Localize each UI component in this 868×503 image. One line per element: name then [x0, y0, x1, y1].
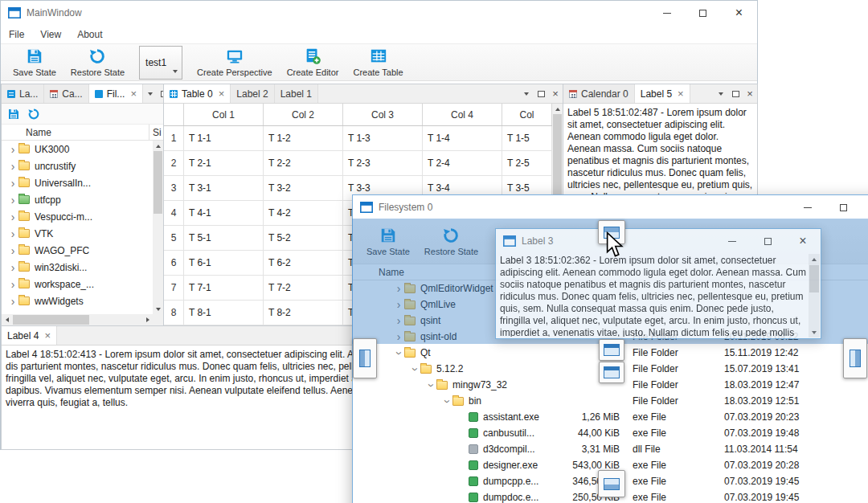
- chevron-right-icon[interactable]: ›: [7, 296, 18, 307]
- dock-tabs-menu-button[interactable]: [519, 84, 534, 104]
- tab-close-icon[interactable]: ×: [678, 88, 684, 99]
- chevron-down-icon[interactable]: ›: [442, 396, 453, 407]
- table-cell[interactable]: T 7-1: [184, 276, 264, 300]
- scroll-left-button[interactable]: [2, 314, 12, 325]
- dock-indicator-center-top[interactable]: [599, 339, 624, 361]
- scroll-thumb[interactable]: [154, 151, 162, 214]
- chevron-down-icon[interactable]: ›: [426, 380, 437, 391]
- tab-label1[interactable]: Label 1: [275, 84, 318, 103]
- chevron-right-icon[interactable]: ›: [7, 228, 18, 239]
- perspective-combo[interactable]: test1: [139, 46, 182, 80]
- scroll-right-button[interactable]: [142, 314, 153, 325]
- column-header[interactable]: Col 3: [343, 104, 423, 125]
- menu-file[interactable]: File: [1, 25, 32, 43]
- chevron-right-icon[interactable]: ›: [7, 178, 18, 189]
- column-header[interactable]: Col: [502, 104, 552, 125]
- minimize-button[interactable]: [649, 1, 685, 25]
- fs-row[interactable]: canbusutil...44,00 KiBexe File07.03.2019…: [353, 425, 868, 441]
- tree-item[interactable]: ›VTK: [2, 225, 163, 242]
- table-cell[interactable]: T 2-2: [264, 151, 343, 175]
- tree-item[interactable]: ›win32diski...: [2, 259, 163, 276]
- create-perspective-button[interactable]: Create Perspective: [190, 46, 280, 79]
- maximize-button[interactable]: [750, 229, 785, 253]
- table-cell[interactable]: T 1-5: [502, 126, 552, 150]
- tree-item[interactable]: ›wwWidgets: [2, 292, 163, 309]
- tree-item[interactable]: ›workspace_...: [2, 276, 163, 292]
- chevron-right-icon[interactable]: ›: [7, 245, 18, 256]
- table-cell[interactable]: T 1-2: [264, 126, 343, 150]
- table-cell[interactable]: T 5-1: [184, 226, 264, 250]
- scroll-down-button[interactable]: [153, 304, 163, 314]
- close-button[interactable]: ×: [862, 195, 868, 219]
- tab-label5[interactable]: Label 5×: [635, 84, 690, 103]
- table-cell[interactable]: T 3-2: [264, 176, 343, 200]
- restore-state-button[interactable]: Restore State: [63, 46, 132, 79]
- main-titlebar[interactable]: MainWindow ×: [1, 1, 757, 25]
- label3-titlebar[interactable]: Label 3 ×: [496, 229, 821, 253]
- dock-indicator-left[interactable]: [353, 338, 377, 378]
- dock-close-button[interactable]: ×: [548, 84, 563, 104]
- tree-item[interactable]: ›Vespucci-m...: [2, 208, 163, 225]
- menu-about[interactable]: About: [69, 25, 110, 43]
- table-cell[interactable]: T 6-2: [264, 251, 343, 275]
- chevron-right-icon[interactable]: ›: [7, 144, 18, 155]
- save-state-button[interactable]: Save State: [6, 46, 63, 79]
- tab-labels[interactable]: La...: [2, 84, 44, 103]
- tree-item[interactable]: ›UniversalIn...: [2, 174, 163, 191]
- table-cell[interactable]: T 4-1: [184, 201, 264, 225]
- tab-table0[interactable]: Table 0×: [164, 84, 231, 103]
- chevron-right-icon[interactable]: ›: [7, 161, 18, 172]
- dock-undock-button[interactable]: [728, 84, 743, 104]
- chevron-down-icon[interactable]: ›: [394, 348, 405, 359]
- column-header[interactable]: Col 1: [184, 104, 264, 125]
- dock-tabs-menu-button[interactable]: [714, 84, 728, 104]
- tab-close-icon[interactable]: ×: [130, 88, 137, 99]
- fs-row[interactable]: d3dcompil...3,31 MiBdll File11.03.2014 1…: [353, 441, 868, 457]
- table-cell[interactable]: T 2-3: [343, 151, 423, 175]
- label3-vscrollbar[interactable]: [809, 254, 820, 337]
- table-cell[interactable]: T 8-1: [184, 301, 264, 325]
- tree-save-button[interactable]: [5, 105, 23, 123]
- table-cell[interactable]: T 8-2: [264, 301, 343, 325]
- close-button[interactable]: ×: [721, 1, 757, 25]
- table-cell[interactable]: T 2-4: [423, 151, 502, 175]
- menu-view[interactable]: View: [32, 25, 69, 43]
- maximize-button[interactable]: [825, 195, 862, 219]
- chevron-right-icon[interactable]: ›: [7, 194, 18, 206]
- create-editor-button[interactable]: Create Editor: [280, 46, 346, 79]
- chevron-right-icon[interactable]: ›: [7, 279, 18, 290]
- column-header[interactable]: Col 2: [264, 104, 343, 125]
- fs-row[interactable]: ›binFile Folder18.03.2019 12:51: [353, 393, 868, 409]
- tree-vscrollbar[interactable]: [153, 141, 163, 314]
- chevron-right-icon[interactable]: ›: [7, 262, 18, 273]
- scroll-thumb[interactable]: [809, 265, 819, 292]
- table-cell[interactable]: T 3-1: [184, 176, 264, 200]
- dock-indicator-center[interactable]: [599, 362, 624, 383]
- tree-item[interactable]: ›utfcpp: [2, 191, 163, 208]
- fs-row[interactable]: assistant.exe1,26 MiBexe File07.03.2019 …: [353, 409, 868, 425]
- table-cell[interactable]: T 5-2: [264, 226, 343, 250]
- tab-calendar[interactable]: Ca...: [44, 84, 88, 103]
- tab-calendar0[interactable]: Calendar 0: [563, 84, 635, 103]
- table-cell[interactable]: T 2-1: [184, 151, 264, 175]
- table-cell[interactable]: T 1-4: [423, 126, 502, 150]
- close-button[interactable]: ×: [785, 229, 821, 253]
- size-column-header[interactable]: Si: [149, 125, 162, 140]
- dock-close-button[interactable]: ×: [743, 84, 757, 104]
- scroll-up-button[interactable]: [552, 104, 563, 114]
- table-cell[interactable]: T 6-1: [184, 251, 264, 275]
- dock-undock-button[interactable]: [534, 84, 548, 104]
- tree-item[interactable]: ›uncrustify: [2, 157, 163, 174]
- column-header[interactable]: Col 4: [423, 104, 502, 125]
- table-cell[interactable]: T 1-1: [184, 126, 264, 150]
- tab-label2[interactable]: Label 2: [231, 84, 274, 103]
- create-table-button[interactable]: Create Table: [346, 46, 410, 79]
- minimize-button[interactable]: [714, 229, 750, 253]
- tab-close-icon[interactable]: ×: [219, 88, 225, 99]
- maximize-button[interactable]: [685, 1, 721, 25]
- table-cell[interactable]: T 4-2: [264, 201, 343, 225]
- filesystem-titlebar[interactable]: Filesystem 0 ×: [353, 195, 868, 219]
- minimize-button[interactable]: [789, 195, 825, 219]
- tab-filesystem[interactable]: Fil...×: [89, 84, 143, 103]
- tree-item[interactable]: ›WAGO_PFC: [2, 242, 163, 259]
